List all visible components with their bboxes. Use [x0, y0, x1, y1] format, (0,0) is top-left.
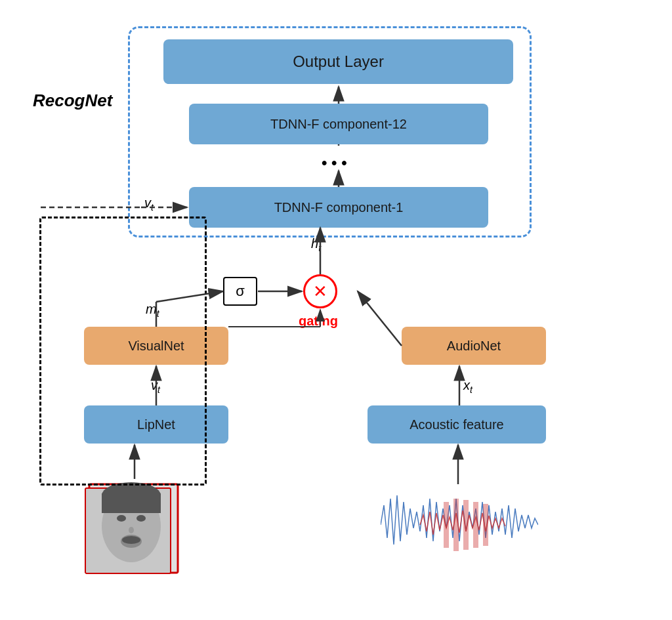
- tdnn1-box: TDNN-F component-1: [189, 187, 488, 228]
- svg-point-5: [129, 527, 134, 533]
- vt-sub2: t: [158, 384, 160, 395]
- multiply-symbol: ✕: [313, 281, 327, 302]
- recognet-label: RecogNet: [33, 91, 112, 111]
- dots: • • •: [322, 154, 347, 172]
- svg-rect-9: [102, 493, 161, 513]
- sigma-box: σ: [223, 277, 257, 306]
- mt-label: mt: [146, 302, 159, 319]
- sigma-symbol: σ: [236, 283, 245, 300]
- vt-label-left: vt: [144, 196, 154, 213]
- svg-point-7: [122, 536, 140, 544]
- output-layer-box: Output Layer: [163, 39, 513, 84]
- gating-label: gating: [299, 314, 338, 329]
- svg-point-3: [117, 515, 126, 522]
- xt-sub: t: [470, 384, 472, 395]
- lipnet-box: LipNet: [84, 405, 228, 444]
- audionet-box: AudioNet: [402, 327, 546, 365]
- face-image: [84, 479, 186, 581]
- svg-line-22: [358, 291, 402, 346]
- ht-sub: t: [318, 243, 321, 253]
- ht-label: ht: [311, 236, 321, 253]
- waveform-image: [381, 486, 538, 564]
- tdnn12-box: TDNN-F component-12: [189, 104, 488, 144]
- diagram-container: RecogNet Output Layer TDNN-F component-1…: [0, 0, 672, 620]
- acoustic-box: Acoustic feature: [368, 405, 546, 444]
- visualnet-box: VisualNet: [84, 327, 228, 365]
- vt-sub: t: [151, 202, 154, 213]
- svg-line-24: [156, 291, 223, 302]
- vt-label-vis: vt: [151, 378, 160, 395]
- xt-label: xt: [463, 378, 472, 395]
- svg-point-4: [136, 515, 146, 522]
- multiply-circle: ✕: [303, 274, 337, 308]
- mt-sub: t: [157, 308, 159, 319]
